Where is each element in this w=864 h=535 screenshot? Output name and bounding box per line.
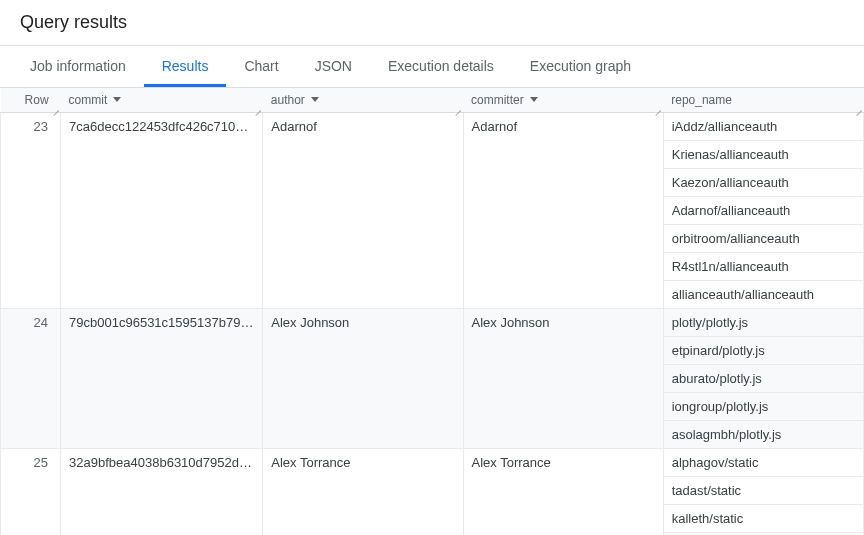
cell-author: Adarnof: [263, 112, 463, 308]
cell-repo-name: kalleth/static: [663, 504, 863, 532]
cell-repo-name: iAddz/allianceauth: [663, 112, 863, 140]
table-row: 2532a9bfbea4038b6310d7952d1...Alex Torra…: [1, 448, 864, 476]
col-header-commit-label: commit: [69, 93, 108, 107]
resize-handle-icon[interactable]: [854, 103, 862, 111]
cell-repo-name: plotly/plotly.js: [663, 308, 863, 336]
chevron-down-icon[interactable]: [113, 97, 121, 102]
page-title: Query results: [0, 0, 864, 46]
cell-row-number: 25: [1, 448, 61, 535]
table-row: 2479cb001c96531c1595137b79b...Alex Johns…: [1, 308, 864, 336]
cell-repo-name: Adarnof/allianceauth: [663, 196, 863, 224]
resize-handle-icon[interactable]: [253, 103, 261, 111]
tab-execution-graph[interactable]: Execution graph: [512, 46, 649, 87]
col-header-committer-label: committer: [471, 93, 524, 107]
cell-repo-name: tadast/static: [663, 476, 863, 504]
results-table-scroll[interactable]: Row commit author committer: [0, 88, 864, 535]
cell-commit: 32a9bfbea4038b6310d7952d1...: [61, 448, 263, 535]
cell-repo-name: orbitroom/allianceauth: [663, 224, 863, 252]
cell-row-number: 24: [1, 308, 61, 448]
cell-repo-name: Krienas/allianceauth: [663, 140, 863, 168]
col-header-commit[interactable]: commit: [61, 88, 263, 112]
cell-author: Alex Torrance: [263, 448, 463, 535]
chevron-down-icon[interactable]: [311, 97, 319, 102]
table-row: 237ca6decc122453dfc426c710c9...AdarnofAd…: [1, 112, 864, 140]
cell-row-number: 23: [1, 112, 61, 308]
cell-repo-name: Kaezon/allianceauth: [663, 168, 863, 196]
col-header-author-label: author: [271, 93, 305, 107]
cell-commit: 79cb001c96531c1595137b79b...: [61, 308, 263, 448]
chevron-down-icon[interactable]: [530, 97, 538, 102]
col-header-author[interactable]: author: [263, 88, 463, 112]
col-header-repo-label: repo_name: [671, 93, 732, 107]
cell-committer: Adarnof: [463, 112, 663, 308]
tab-job-information[interactable]: Job information: [12, 46, 144, 87]
resize-handle-icon[interactable]: [653, 103, 661, 111]
cell-repo-name: R4stl1n/allianceauth: [663, 252, 863, 280]
cell-repo-name: etpinard/plotly.js: [663, 336, 863, 364]
cell-commit: 7ca6decc122453dfc426c710c9...: [61, 112, 263, 308]
cell-repo-name: alphagov/static: [663, 448, 863, 476]
tab-json[interactable]: JSON: [297, 46, 370, 87]
tab-results[interactable]: Results: [144, 46, 227, 87]
cell-author: Alex Johnson: [263, 308, 463, 448]
results-table: Row commit author committer: [0, 88, 864, 535]
cell-repo-name: aburato/plotly.js: [663, 364, 863, 392]
cell-repo-name: iongroup/plotly.js: [663, 392, 863, 420]
resize-handle-icon[interactable]: [51, 103, 59, 111]
col-header-repo-name[interactable]: repo_name: [663, 88, 863, 112]
col-header-row[interactable]: Row: [1, 88, 61, 112]
cell-committer: Alex Torrance: [463, 448, 663, 535]
cell-repo-name: asolagmbh/plotly.js: [663, 420, 863, 448]
results-tabs: Job information Results Chart JSON Execu…: [0, 46, 864, 88]
col-header-committer[interactable]: committer: [463, 88, 663, 112]
resize-handle-icon[interactable]: [453, 103, 461, 111]
cell-committer: Alex Johnson: [463, 308, 663, 448]
col-header-row-label: Row: [25, 93, 49, 107]
tab-chart[interactable]: Chart: [226, 46, 296, 87]
tab-execution-details[interactable]: Execution details: [370, 46, 512, 87]
cell-repo-name: allianceauth/allianceauth: [663, 280, 863, 308]
